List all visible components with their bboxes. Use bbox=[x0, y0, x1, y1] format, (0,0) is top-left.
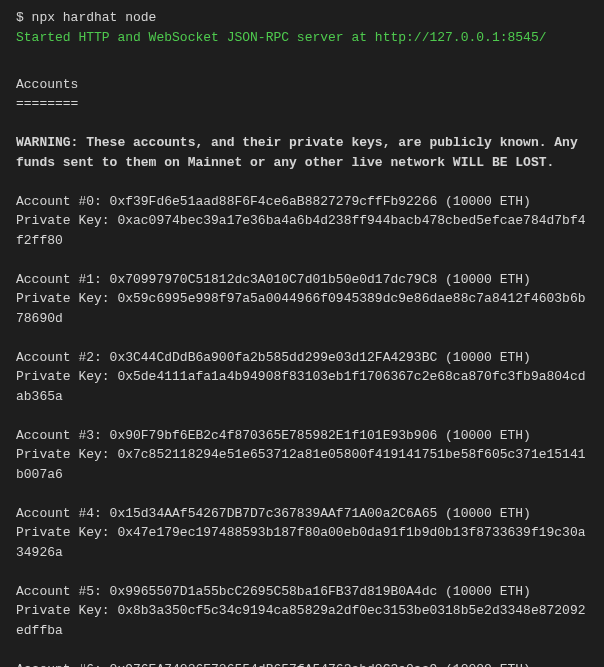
account-address: Account #1: 0x70997970C51812dc3A010C7d01… bbox=[16, 270, 588, 290]
server-started-message: Started HTTP and WebSocket JSON-RPC serv… bbox=[16, 28, 588, 48]
blank-line bbox=[16, 114, 588, 134]
accounts-divider: ======== bbox=[16, 94, 588, 114]
account-address: Account #4: 0x15d34AAf54267DB7D7c367839A… bbox=[16, 504, 588, 524]
account-private-key: Private Key: 0x47e179ec197488593b187f80a… bbox=[16, 523, 588, 562]
blank-line bbox=[16, 562, 588, 582]
account-address: Account #0: 0xf39Fd6e51aad88F6F4ce6aB882… bbox=[16, 192, 588, 212]
account-address: Account #5: 0x9965507D1a55bcC2695C58ba16… bbox=[16, 582, 588, 602]
warning-message: WARNING: These accounts, and their priva… bbox=[16, 133, 588, 172]
account-address: Account #2: 0x3C44CdDdB6a900fa2b585dd299… bbox=[16, 348, 588, 368]
account-private-key: Private Key: 0xac0974bec39a17e36ba4a6b4d… bbox=[16, 211, 588, 250]
account-address: Account #6: 0x976EA74026E726554dB657fA54… bbox=[16, 660, 588, 668]
command-prompt: $ npx hardhat node bbox=[16, 8, 588, 28]
account-private-key: Private Key: 0x8b3a350cf5c34c9194ca85829… bbox=[16, 601, 588, 640]
accounts-list: Account #0: 0xf39Fd6e51aad88F6F4ce6aB882… bbox=[16, 172, 588, 667]
account-private-key: Private Key: 0x5de4111afa1a4b94908f83103… bbox=[16, 367, 588, 406]
account-private-key: Private Key: 0x59c6995e998f97a5a0044966f… bbox=[16, 289, 588, 328]
account-private-key: Private Key: 0x7c852118294e51e653712a81e… bbox=[16, 445, 588, 484]
blank-line bbox=[16, 640, 588, 660]
blank-line bbox=[16, 328, 588, 348]
blank-line bbox=[16, 484, 588, 504]
blank-line bbox=[16, 172, 588, 192]
accounts-header: Accounts bbox=[16, 75, 588, 95]
account-address: Account #3: 0x90F79bf6EB2c4f870365E78598… bbox=[16, 426, 588, 446]
blank-line bbox=[16, 250, 588, 270]
blank-line bbox=[16, 406, 588, 426]
blank-line bbox=[16, 47, 588, 67]
